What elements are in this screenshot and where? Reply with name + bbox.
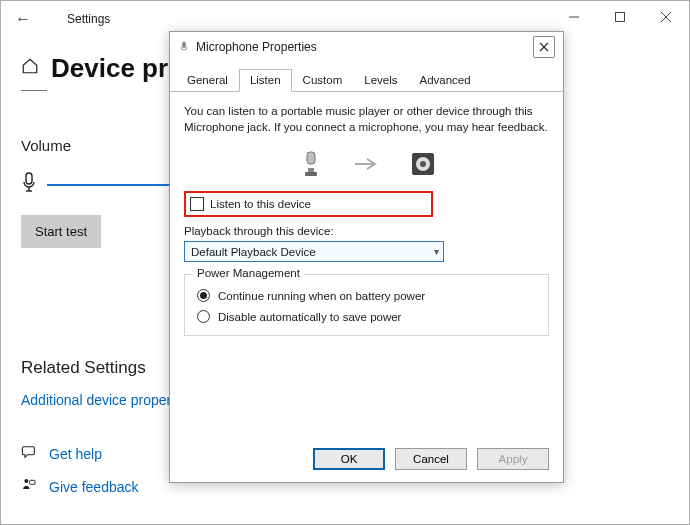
- listen-description: You can listen to a portable music playe…: [184, 104, 549, 135]
- playback-device-selected: Default Playback Device: [191, 246, 316, 258]
- svg-rect-13: [308, 168, 314, 172]
- dialog-close-button[interactable]: [533, 36, 555, 58]
- arrow-right-icon: [353, 149, 381, 179]
- device-mic-icon: [297, 149, 325, 179]
- back-button[interactable]: ←: [7, 6, 39, 32]
- maximize-button[interactable]: [597, 1, 643, 33]
- dialog-mic-icon: [178, 41, 190, 53]
- listen-checkbox-label[interactable]: Listen to this device: [210, 198, 311, 210]
- settings-window-title: Settings: [67, 12, 110, 26]
- power-management-legend: Power Management: [193, 267, 304, 279]
- tab-general[interactable]: General: [176, 69, 239, 92]
- cancel-button[interactable]: Cancel: [395, 448, 467, 470]
- tab-listen[interactable]: Listen: [239, 69, 292, 92]
- svg-rect-4: [26, 173, 32, 184]
- svg-rect-14: [305, 172, 317, 176]
- dialog-titlebar[interactable]: Microphone Properties: [170, 32, 563, 62]
- feedback-icon: [21, 477, 37, 496]
- dialog-title: Microphone Properties: [196, 40, 317, 54]
- give-feedback-link[interactable]: Give feedback: [21, 477, 139, 496]
- home-icon[interactable]: [21, 57, 39, 80]
- tab-strip: General Listen Custom Levels Advanced: [170, 62, 563, 92]
- listen-to-device-highlight: Listen to this device: [184, 191, 433, 217]
- svg-rect-9: [182, 42, 186, 49]
- power-management-group: Power Management Continue running when o…: [184, 274, 549, 336]
- close-settings-button[interactable]: [643, 1, 689, 33]
- give-feedback-label: Give feedback: [49, 479, 139, 495]
- get-help-label: Get help: [49, 446, 102, 462]
- radio-continue-label: Continue running when on battery power: [218, 290, 425, 302]
- tab-levels[interactable]: Levels: [353, 69, 408, 92]
- title-underline: [21, 90, 47, 91]
- radio-continue-row[interactable]: Continue running when on battery power: [197, 289, 536, 302]
- tab-custom[interactable]: Custom: [292, 69, 354, 92]
- listen-checkbox[interactable]: [190, 197, 204, 211]
- radio-disable-row[interactable]: Disable automatically to save power: [197, 310, 536, 323]
- microphone-properties-dialog: Microphone Properties General Listen Cus…: [169, 31, 564, 483]
- volume-slider[interactable]: [47, 184, 177, 186]
- ok-button[interactable]: OK: [313, 448, 385, 470]
- illustration-row: [184, 149, 549, 179]
- svg-rect-8: [30, 480, 35, 484]
- device-speaker-icon: [409, 149, 437, 179]
- playback-through-label: Playback through this device:: [184, 225, 549, 237]
- microphone-icon: [21, 172, 37, 197]
- radio-continue[interactable]: [197, 289, 210, 302]
- minimize-button[interactable]: [551, 1, 597, 33]
- apply-button[interactable]: Apply: [477, 448, 549, 470]
- chevron-down-icon: ▾: [434, 246, 439, 257]
- get-help-link[interactable]: Get help: [21, 444, 139, 463]
- svg-rect-1: [616, 13, 625, 22]
- radio-disable[interactable]: [197, 310, 210, 323]
- svg-point-7: [24, 479, 28, 483]
- dialog-button-row: OK Cancel Apply: [170, 438, 563, 482]
- help-icon: [21, 444, 37, 463]
- playback-device-combobox[interactable]: Default Playback Device ▾: [184, 241, 444, 262]
- svg-rect-12: [307, 152, 315, 164]
- tab-advanced[interactable]: Advanced: [408, 69, 481, 92]
- svg-point-17: [420, 161, 426, 167]
- radio-disable-label: Disable automatically to save power: [218, 311, 401, 323]
- start-test-button[interactable]: Start test: [21, 215, 101, 248]
